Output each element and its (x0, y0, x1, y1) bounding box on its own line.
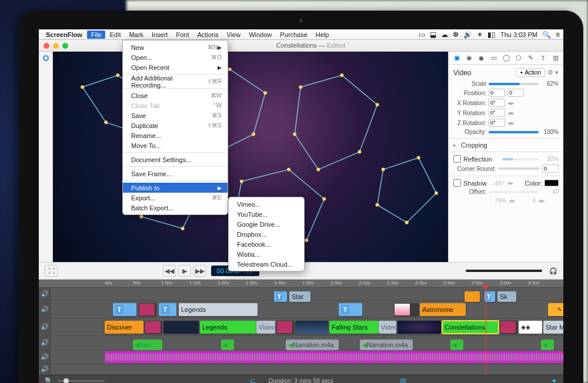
battery-icon[interactable]: ▮▯ (487, 31, 496, 39)
annotate-tab-icon[interactable]: ⬡ (514, 54, 523, 62)
image-clip[interactable] (394, 303, 419, 316)
callout-tab-icon[interactable]: ▭ (489, 54, 498, 62)
minimize-button[interactable] (53, 43, 59, 49)
video-tag[interactable]: Video (256, 321, 275, 334)
submenu-item-google-drive-[interactable]: Google Drive... (229, 219, 304, 229)
submenu-item-vimeo-[interactable]: Vimeo... (229, 199, 304, 209)
audio-tab-icon[interactable]: ◉ (465, 54, 473, 62)
app-name[interactable]: ScreenFlow (46, 31, 82, 38)
video-tag[interactable]: Video (379, 321, 396, 334)
image-clip[interactable] (145, 321, 162, 334)
sync-icon[interactable]: ☁ (441, 31, 448, 39)
menu-edit[interactable]: Edit (105, 31, 125, 39)
position-x-input[interactable] (489, 89, 505, 97)
legends-clip[interactable]: Legends (200, 321, 256, 334)
menu-item-publish-to[interactable]: Publish to▶ (123, 183, 228, 193)
volume-icon[interactable]: 🔊 (463, 31, 472, 39)
submenu-item-youtube-[interactable]: YouTube... (229, 209, 304, 219)
xrot-input[interactable] (489, 99, 505, 107)
narration-clip[interactable]: ◀ Narration.m4a (360, 340, 413, 350)
menu-actions[interactable]: Actions (193, 31, 222, 39)
text-tab-icon[interactable]: T (539, 55, 547, 62)
track-3[interactable]: 🔊 Discover Legends Video Falling Stars V… (39, 318, 563, 336)
magnet-icon[interactable]: ⊂ (249, 377, 256, 383)
menu-item-move-to-[interactable]: Move To... (123, 140, 228, 150)
maximize-button[interactable] (62, 43, 68, 49)
discover-clip[interactable]: Discover (105, 321, 143, 334)
video-clip[interactable] (397, 321, 441, 334)
audio-clip[interactable] (105, 351, 563, 363)
star-map-clip[interactable]: Star Map (543, 321, 563, 334)
arrow-tag[interactable]: ◀ (221, 340, 234, 350)
menu-item-rename-[interactable]: Rename... (123, 130, 228, 140)
submenu-item-telestream-cloud-[interactable]: Telestream Cloud... (229, 259, 304, 269)
menu-insert[interactable]: Insert (148, 31, 172, 39)
opacity-slider[interactable] (489, 131, 539, 133)
edit-clip[interactable]: ✎ (548, 303, 563, 316)
arrow-tag[interactable]: ◀ (450, 340, 463, 350)
cropping-disclosure[interactable]: ▸ (453, 142, 456, 148)
target-tool-icon[interactable] (43, 55, 49, 61)
dropbox-icon[interactable]: ⬓ (430, 31, 436, 39)
screen-tab-icon[interactable]: ⏺ (477, 55, 486, 62)
add-action-button[interactable]: + Action (516, 68, 545, 77)
crop-tool-icon[interactable]: ⛶ (45, 265, 58, 277)
submenu-item-wistia-[interactable]: Wistia... (229, 249, 304, 259)
menu-item-open-[interactable]: Open...⌘O (123, 52, 228, 62)
submenu-item-facebook-[interactable]: Facebook... (229, 239, 304, 249)
track-4[interactable]: 🔊 ◀ Narr ◀ ◀ Narration.m4a ◀ Narration.m… (39, 336, 563, 350)
menu-view[interactable]: View (223, 31, 245, 39)
position-y-input[interactable] (507, 89, 524, 97)
menu-item-open-recent[interactable]: Open Recent▶ (123, 62, 228, 72)
shadow-checkbox[interactable] (453, 179, 461, 187)
playhead[interactable] (486, 288, 486, 375)
menu-file[interactable]: File (87, 31, 106, 39)
menu-item-batch-export-[interactable]: Batch Export... (123, 203, 228, 213)
record-icon[interactable]: ▭ (419, 31, 425, 39)
falling-stars-clip[interactable]: Falling Stars (329, 321, 379, 334)
track-head-icon[interactable]: 🔊 (39, 301, 51, 318)
track-head-icon[interactable]: 🔊 (39, 318, 51, 335)
snap-icon[interactable]: ⊞ (400, 377, 406, 383)
zrot-input[interactable] (489, 119, 505, 127)
play-button[interactable]: ▶ (178, 265, 191, 277)
rewind-button[interactable]: ◀◀ (163, 265, 176, 277)
menu-window[interactable]: Window (245, 31, 276, 39)
shadow-color-swatch[interactable] (544, 180, 559, 186)
video-clip[interactable] (295, 321, 328, 334)
corner-slider[interactable] (498, 167, 540, 170)
menu-mark[interactable]: Mark (125, 31, 147, 39)
circles-clip[interactable]: ◉◉ (519, 321, 542, 334)
track-6[interactable]: 🔊 (39, 364, 563, 375)
yrot-input[interactable] (489, 109, 505, 117)
gear-icon[interactable]: ⚙ ▾ (547, 69, 559, 76)
legends-clip[interactable]: Legends (179, 303, 258, 316)
menu-item-document-settings-[interactable]: Document Settings... (123, 154, 228, 164)
image-clip[interactable] (276, 321, 294, 334)
track-2[interactable]: 🔊 T T Legends T Astronome ✎ (39, 301, 563, 318)
astronome-clip[interactable]: Astronome (420, 303, 466, 316)
status-icon[interactable]: ❆ (453, 31, 459, 39)
spotlight-icon[interactable]: 🔍 (542, 31, 551, 39)
menu-help[interactable]: Help (312, 31, 333, 39)
wifi-icon[interactable]: ✶ (477, 31, 483, 39)
menu-purchase[interactable]: Purchase (276, 31, 311, 39)
submenu-item-dropbox-[interactable]: Dropbox... (229, 229, 304, 239)
zoom-slider[interactable] (58, 380, 105, 382)
scale-slider[interactable] (489, 83, 539, 85)
video-clip[interactable] (163, 321, 199, 334)
pencil-tab-icon[interactable]: ✎ (526, 54, 535, 62)
track-5-audio[interactable]: 🔊 (39, 350, 563, 364)
menu-font[interactable]: Font (172, 31, 193, 39)
track-head-icon[interactable]: 🔊 (39, 364, 51, 374)
constellations-clip[interactable]: Constellations (442, 321, 499, 334)
zoom-out-icon[interactable]: 🔍 (45, 377, 53, 383)
video-tab-icon[interactable]: ▣ (452, 54, 461, 62)
menu-item-new[interactable]: New⌘N▶ (123, 42, 228, 52)
narration-tag[interactable]: ◀ Narr (133, 340, 162, 350)
track-head-icon[interactable]: 🔊 (39, 336, 51, 350)
clock[interactable]: Thu 3:03 PM (500, 31, 537, 38)
narration-clip[interactable]: ◀ Narration.m4a (286, 340, 339, 350)
corner-input[interactable] (542, 164, 559, 173)
image-clip[interactable] (139, 303, 156, 316)
